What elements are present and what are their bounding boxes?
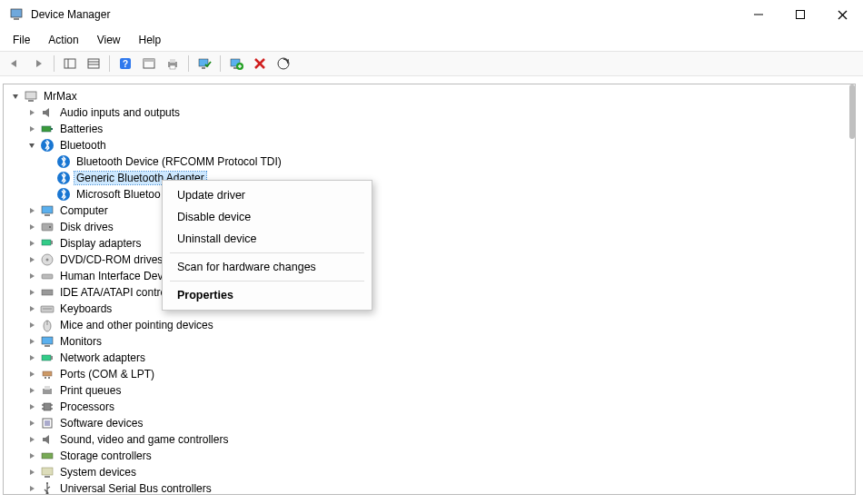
monitor-icon bbox=[40, 334, 55, 349]
chevron-right-icon[interactable] bbox=[25, 450, 38, 462]
context-scan-hardware[interactable]: Scan for hardware changes bbox=[163, 256, 372, 278]
cpu-icon bbox=[40, 400, 55, 414]
tree-node-ide[interactable]: IDE ATA/ATAPI contro bbox=[9, 284, 855, 301]
tree-node-storagectrl[interactable]: Storage controllers bbox=[9, 448, 855, 464]
context-disable-device[interactable]: Disable device bbox=[163, 206, 372, 228]
tree-label: Audio inputs and outputs bbox=[58, 106, 182, 119]
title-bar: Device Manager bbox=[0, 0, 863, 29]
svg-rect-46 bbox=[41, 306, 54, 312]
chevron-right-icon[interactable] bbox=[25, 433, 38, 446]
menu-help[interactable]: Help bbox=[132, 31, 169, 49]
scrollbar[interactable] bbox=[849, 84, 855, 139]
tree-node-computer[interactable]: Computer bbox=[9, 203, 855, 219]
svg-rect-37 bbox=[45, 214, 50, 216]
context-properties[interactable]: Properties bbox=[163, 284, 372, 306]
network-icon bbox=[40, 351, 55, 365]
chevron-right-icon[interactable] bbox=[25, 400, 38, 413]
svg-rect-41 bbox=[51, 241, 53, 244]
svg-rect-38 bbox=[42, 223, 53, 231]
context-uninstall-device[interactable]: Uninstall device bbox=[163, 228, 372, 250]
tree-node-bt-rfcomm[interactable]: Bluetooth Device (RFCOMM Protocol TDI) bbox=[9, 153, 855, 170]
tree-node-mice[interactable]: Mice and other pointing devices bbox=[9, 317, 855, 333]
chevron-right-icon[interactable] bbox=[25, 384, 38, 397]
device-tree: MrMax Audio inputs and outputs Batteries… bbox=[4, 84, 855, 495]
chevron-right-icon[interactable] bbox=[25, 302, 38, 315]
chevron-right-icon[interactable] bbox=[25, 237, 38, 250]
list-icon[interactable] bbox=[83, 54, 104, 74]
forward-arrow-icon[interactable] bbox=[27, 54, 49, 74]
tree-node-bt-microsoft[interactable]: Microsoft Bluetoo bbox=[9, 186, 855, 203]
context-update-driver[interactable]: Update driver bbox=[163, 184, 372, 206]
tree-node-hid[interactable]: Human Interface Dev bbox=[9, 268, 855, 284]
svg-point-70 bbox=[46, 482, 48, 484]
device-tree-panel: MrMax Audio inputs and outputs Batteries… bbox=[3, 84, 856, 495]
chevron-right-icon[interactable] bbox=[25, 482, 38, 495]
monitor-plus-icon[interactable] bbox=[225, 54, 247, 74]
tree-label: Mice and other pointing devices bbox=[58, 319, 215, 331]
chevron-right-icon[interactable] bbox=[25, 106, 38, 119]
context-menu: Update driver Disable device Uninstall d… bbox=[162, 180, 372, 311]
details-icon[interactable] bbox=[138, 54, 160, 74]
chevron-right-icon[interactable] bbox=[25, 335, 38, 348]
chevron-right-icon[interactable] bbox=[25, 253, 38, 266]
tree-label: Universal Serial Bus controllers bbox=[58, 482, 213, 495]
tree-node-bt-generic[interactable]: Generic Bluetooth Adapter bbox=[9, 170, 855, 186]
monitor-check-icon[interactable] bbox=[193, 54, 215, 74]
software-icon bbox=[40, 416, 55, 430]
tree-label: Batteries bbox=[58, 123, 104, 135]
tree-node-batteries[interactable]: Batteries bbox=[9, 121, 855, 137]
maximize-button[interactable] bbox=[779, 0, 821, 29]
chevron-right-icon[interactable] bbox=[25, 123, 38, 135]
chevron-right-icon[interactable] bbox=[25, 466, 38, 479]
tree-node-ports[interactable]: Ports (COM & LPT) bbox=[9, 366, 855, 382]
svg-point-27 bbox=[278, 58, 289, 69]
tree-node-keyboards[interactable]: Keyboards bbox=[9, 301, 855, 317]
tree-node-monitors[interactable]: Monitors bbox=[9, 333, 855, 350]
tree-node-dvd[interactable]: DVD/CD-ROM drives bbox=[9, 252, 855, 268]
close-button[interactable] bbox=[821, 0, 863, 29]
tree-node-usb[interactable]: Universal Serial Bus controllers bbox=[9, 480, 855, 495]
tree-node-root[interactable]: MrMax bbox=[9, 88, 855, 104]
back-arrow-icon[interactable] bbox=[4, 54, 25, 74]
tree-node-sysdev[interactable]: System devices bbox=[9, 464, 855, 480]
delete-icon[interactable] bbox=[249, 54, 271, 74]
chevron-right-icon[interactable] bbox=[25, 319, 38, 331]
tree-node-processors[interactable]: Processors bbox=[9, 399, 855, 415]
tree-node-network[interactable]: Network adapters bbox=[9, 350, 855, 366]
chevron-right-icon[interactable] bbox=[25, 204, 38, 217]
svg-rect-59 bbox=[44, 403, 51, 410]
tree-label: Disk drives bbox=[58, 221, 115, 233]
scan-icon[interactable] bbox=[273, 54, 294, 74]
chevron-down-icon[interactable] bbox=[9, 90, 22, 103]
svg-rect-3 bbox=[797, 11, 805, 19]
tree-node-printq[interactable]: Print queues bbox=[9, 382, 855, 399]
svg-rect-40 bbox=[42, 240, 51, 245]
printer-icon bbox=[40, 383, 55, 398]
showhide-tree-icon[interactable] bbox=[59, 54, 81, 74]
tree-node-disk[interactable]: Disk drives bbox=[9, 219, 855, 235]
tree-node-bluetooth[interactable]: Bluetooth bbox=[9, 137, 855, 153]
help-icon[interactable]: ? bbox=[114, 54, 136, 74]
svg-rect-45 bbox=[42, 290, 53, 295]
print-icon[interactable] bbox=[162, 54, 184, 74]
tree-node-display[interactable]: Display adapters bbox=[9, 235, 855, 252]
chevron-right-icon[interactable] bbox=[25, 221, 38, 233]
tree-node-audio[interactable]: Audio inputs and outputs bbox=[9, 104, 855, 121]
tree-label: Bluetooth Device (RFCOMM Protocol TDI) bbox=[74, 155, 283, 168]
tree-label: Human Interface Dev bbox=[58, 270, 164, 282]
chevron-right-icon[interactable] bbox=[25, 286, 38, 299]
chevron-right-icon[interactable] bbox=[25, 417, 38, 430]
chevron-right-icon[interactable] bbox=[25, 368, 38, 380]
tree-node-software[interactable]: Software devices bbox=[9, 415, 855, 431]
window-title: Device Manager bbox=[31, 8, 110, 21]
minimize-button[interactable] bbox=[738, 0, 779, 29]
chevron-down-icon[interactable] bbox=[25, 139, 38, 152]
hid-icon bbox=[40, 269, 55, 283]
menu-view[interactable]: View bbox=[90, 31, 128, 49]
chevron-right-icon[interactable] bbox=[25, 351, 38, 364]
chevron-right-icon[interactable] bbox=[25, 270, 38, 282]
tree-label: MrMax bbox=[42, 90, 79, 103]
menu-action[interactable]: Action bbox=[41, 31, 85, 49]
menu-file[interactable]: File bbox=[5, 31, 37, 49]
tree-node-sound[interactable]: Sound, video and game controllers bbox=[9, 431, 855, 448]
